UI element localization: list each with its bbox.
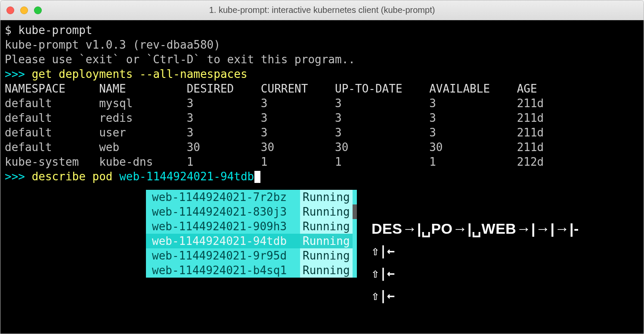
- table-row: default mysql 3 3 3 3 211d: [0, 96, 644, 111]
- table-row: default web 30 30 30 30 211d: [0, 140, 644, 155]
- keystroke-text: ⇧|←: [372, 240, 395, 262]
- repl-command: get deployments --all-namespaces: [32, 68, 248, 80]
- keystroke-text: DES→|␣PO→|␣WEB→|→|→|-: [372, 217, 579, 240]
- completion-item-name: web-1144924021-b4sq1: [146, 263, 300, 278]
- table-row: default user 3 3 3 3 211d: [0, 125, 644, 140]
- keystroke-text: ⇧|←: [372, 262, 395, 285]
- zoom-icon[interactable]: [34, 6, 42, 14]
- table-row: kube-system kube-dns 1 1 1 1 212d: [0, 155, 644, 169]
- table-row: default redis 3 3 3 3 211d: [0, 111, 644, 125]
- cursor-icon: [254, 171, 260, 183]
- completion-item-name: web-1144924021-7r2bz: [146, 190, 300, 204]
- repl-prompt: >>>: [5, 170, 32, 183]
- completion-item[interactable]: web-1144924021-b4sq1Running: [146, 263, 353, 278]
- completion-item-status: Running: [300, 263, 353, 278]
- completion-item-name: web-1144924021-9r95d: [146, 248, 300, 263]
- titlebar[interactable]: 1. kube-prompt: interactive kubernetes c…: [0, 0, 644, 20]
- keystroke-text: ⇧|←: [372, 285, 395, 307]
- completion-item-name: web-1144924021-94tdb: [146, 234, 300, 248]
- window-title: 1. kube-prompt: interactive kubernetes c…: [0, 5, 644, 15]
- shell-prompt: $: [5, 24, 18, 37]
- shell-command: kube-prompt: [18, 24, 92, 37]
- completion-item[interactable]: web-1144924021-94tdbRunning: [146, 234, 353, 248]
- completion-item[interactable]: web-1144924021-7r2bzRunning: [146, 190, 353, 204]
- terminal[interactable]: $ kube-prompt kube-prompt v1.0.3 (rev-db…: [0, 20, 644, 334]
- completion-item-status: Running: [300, 190, 353, 204]
- completion-item-status: Running: [300, 219, 353, 234]
- repl-command-arg: web-1144924021-94tdb: [119, 170, 254, 183]
- completion-item-name: web-1144924021-909h3: [146, 219, 300, 234]
- completion-item-status: Running: [300, 204, 353, 219]
- window-controls: [6, 6, 42, 14]
- table-header: NAMESPACE NAME DESIRED CURRENT UP-TO-DAT…: [0, 81, 644, 96]
- table-body: default mysql 3 3 3 3 211ddefault redis …: [0, 96, 644, 169]
- banner-line: kube-prompt v1.0.3 (rev-dbaa580): [0, 37, 644, 52]
- minimize-icon[interactable]: [20, 6, 28, 14]
- app-window: 1. kube-prompt: interactive kubernetes c…: [0, 0, 644, 334]
- completion-scrollbar[interactable]: [353, 190, 357, 278]
- scrollbar-thumb[interactable]: [353, 204, 357, 219]
- banner-line: Please use `exit` or `Ctrl-D` to exit th…: [0, 52, 644, 67]
- repl-line-1: >>> get deployments --all-namespaces: [0, 67, 644, 81]
- repl-command-keyword: describe pod: [32, 170, 120, 183]
- shell-line: $ kube-prompt: [0, 23, 644, 37]
- completion-item[interactable]: web-1144924021-909h3Running: [146, 219, 353, 234]
- completion-item-status: Running: [300, 248, 353, 263]
- close-icon[interactable]: [6, 6, 14, 14]
- completion-item[interactable]: web-1144924021-830j3Running: [146, 204, 353, 219]
- repl-prompt: >>>: [5, 68, 32, 80]
- completion-item[interactable]: web-1144924021-9r95dRunning: [146, 248, 353, 263]
- keystroke-overlay: DES→|␣PO→|␣WEB→|→|→|- ⇧|← ⇧|← ⇧|←: [372, 217, 579, 307]
- repl-line-2[interactable]: >>> describe pod web-1144924021-94tdb: [0, 169, 644, 184]
- completion-item-status: Running: [300, 234, 353, 248]
- completion-item-name: web-1144924021-830j3: [146, 204, 300, 219]
- completion-popup[interactable]: web-1144924021-7r2bzRunningweb-114492402…: [146, 190, 357, 278]
